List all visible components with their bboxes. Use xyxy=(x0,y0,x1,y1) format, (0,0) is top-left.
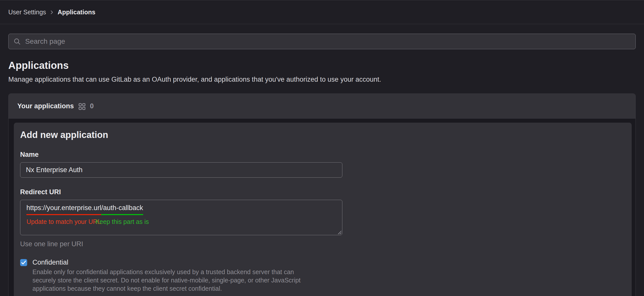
page-description: Manage applications that can use GitLab … xyxy=(8,76,636,83)
annotation-keep-part: Keep this part as is xyxy=(95,218,149,225)
confidential-checkbox[interactable] xyxy=(20,259,27,266)
breadcrumb-applications[interactable]: Applications xyxy=(58,9,95,16)
redirect-uri-label: Redirect URI xyxy=(20,188,623,196)
breadcrumb-user-settings[interactable]: User Settings xyxy=(8,9,46,16)
uri-annotation-cell-red: https://your.enterprise.url Update to ma… xyxy=(26,215,101,227)
uri-part-path: /auth-callback xyxy=(101,203,143,215)
page-title: Applications xyxy=(8,60,636,71)
uri-annotation-cell-green: /auth-callback Keep this part as is xyxy=(101,215,143,227)
your-applications-panel: Your applications 0 Add new application … xyxy=(8,93,636,296)
your-applications-title: Your applications xyxy=(17,102,74,110)
confidential-help-text: Enable only for confidential application… xyxy=(32,268,317,293)
search-icon xyxy=(13,38,21,45)
breadcrumb: User Settings Applications xyxy=(8,9,95,16)
textarea-resize-handle[interactable] xyxy=(337,230,341,234)
add-application-card: Add new application Name Redirect URI ht… xyxy=(14,123,632,296)
name-label: Name xyxy=(20,151,623,159)
search-bar[interactable] xyxy=(8,34,636,49)
annotation-update-url: Update to match your URL xyxy=(27,218,101,225)
application-name-input[interactable] xyxy=(20,162,342,178)
your-applications-header: Your applications 0 xyxy=(9,94,635,119)
uri-annotations: https://your.enterprise.url Update to ma… xyxy=(26,215,336,227)
confidential-row: Confidential xyxy=(20,259,623,266)
redirect-uri-textarea[interactable]: https://your.enterprise.url/auth-callbac… xyxy=(20,200,342,235)
applications-count-badge: 0 xyxy=(90,102,94,110)
your-applications-body: Add new application Name Redirect URI ht… xyxy=(9,119,635,296)
search-input[interactable] xyxy=(25,37,631,46)
uri-part-host: https://your.enterprise.url xyxy=(26,203,101,215)
breadcrumb-bar: User Settings Applications xyxy=(0,0,644,24)
confidential-label[interactable]: Confidential xyxy=(32,259,68,266)
main-content: Applications Manage applications that ca… xyxy=(0,34,644,296)
applications-grid-icon xyxy=(78,103,86,110)
uri-helper-text: Use one line per URI xyxy=(20,240,623,248)
chevron-right-icon xyxy=(50,10,54,15)
add-application-title: Add new application xyxy=(20,130,623,140)
redirect-uri-value: https://your.enterprise.url/auth-callbac… xyxy=(26,203,336,215)
